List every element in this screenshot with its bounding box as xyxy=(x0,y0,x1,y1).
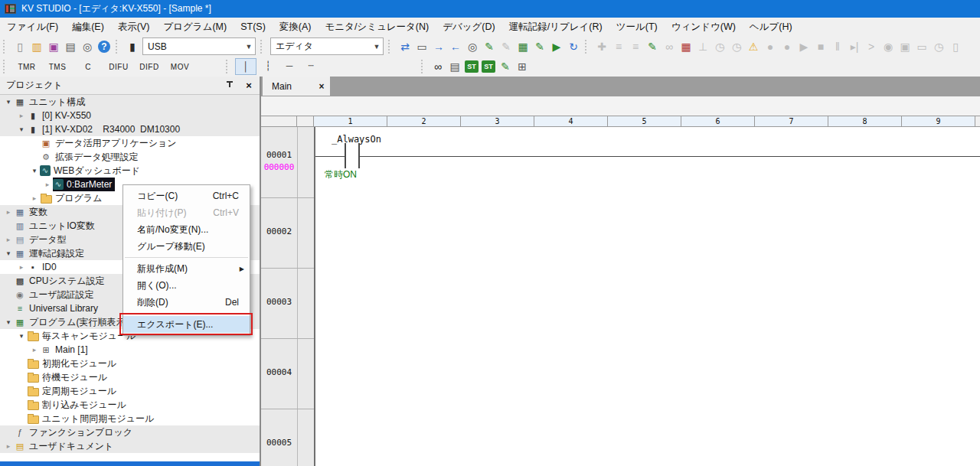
instruction-button-c[interactable]: C xyxy=(75,62,101,72)
no-contact-icon[interactable] xyxy=(358,143,360,168)
menu-0[interactable]: ファイル(F) xyxy=(0,18,65,36)
tree-item-22[interactable]: 割り込みモジュール xyxy=(0,398,260,412)
pin-icon[interactable] xyxy=(226,81,234,90)
tree-item-label[interactable]: [0] KV-X550 xyxy=(42,110,91,121)
tree-item-label[interactable]: 割り込みモジュール xyxy=(42,399,126,412)
tree-item-5[interactable]: ▾ ∿ WEBダッシュボード xyxy=(0,164,260,178)
verify-program-icon[interactable]: ◎ xyxy=(464,38,481,54)
usb-device-icon[interactable]: ▮ xyxy=(124,38,141,54)
instruction-button-tms[interactable]: TMS xyxy=(44,62,70,72)
find-icon[interactable]: ∞ xyxy=(430,59,446,75)
menu-6[interactable]: モニタ/シミュレータ(N) xyxy=(318,18,436,36)
usage-list-icon[interactable]: ▤ xyxy=(446,59,463,75)
tree-item-label[interactable]: Main [1] xyxy=(55,344,88,355)
tree-item-label[interactable]: ユニットIO変数 xyxy=(29,220,95,233)
print-icon[interactable]: ▤ xyxy=(62,38,79,54)
tree-item-4[interactable]: ⚙ 拡張データ処理設定 xyxy=(0,150,260,164)
chevron-collapsed-icon[interactable]: ▸ xyxy=(3,236,14,243)
menu-2[interactable]: 表示(V) xyxy=(111,18,157,36)
tree-item-25[interactable]: ▸ ▤ ユーザドキュメント xyxy=(0,439,260,453)
tree-item-18[interactable]: ▸ ⊞ Main [1] xyxy=(0,343,260,357)
save-project-icon[interactable]: ▣ xyxy=(45,38,62,54)
menu-10[interactable]: ウィンドウ(W) xyxy=(665,18,743,36)
no-contact-icon[interactable] xyxy=(345,143,346,168)
menu-5[interactable]: 変換(A) xyxy=(273,18,318,36)
instruction-button-difu[interactable]: DIFU xyxy=(106,62,132,72)
menu-4[interactable]: ST(S) xyxy=(234,18,273,36)
read-from-plc-icon[interactable]: ← xyxy=(447,38,464,54)
chevron-expanded-icon[interactable]: ▾ xyxy=(16,125,27,133)
chevron-collapsed-icon[interactable]: ▸ xyxy=(29,194,40,202)
tree-item-label[interactable]: データ活用アプリケーション xyxy=(55,137,177,150)
dotted-line-icon[interactable]: ┄ xyxy=(301,58,321,73)
chevron-collapsed-icon[interactable]: ▸ xyxy=(3,208,14,216)
connection-dropdown[interactable]: USB ▼ xyxy=(142,37,256,55)
st-ladder-icon[interactable]: ST xyxy=(482,60,495,73)
tree-item-19[interactable]: 初期化モジュール xyxy=(0,357,260,370)
edit-check-icon[interactable]: ✎ xyxy=(497,59,514,75)
chevron-expanded-icon[interactable]: ▾ xyxy=(29,167,40,174)
menu-11[interactable]: ヘルプ(H) xyxy=(743,18,799,36)
close-icon[interactable]: × xyxy=(243,80,255,91)
tree-item-0[interactable]: ▾ ▦ ユニット構成 xyxy=(0,95,260,109)
tree-item-label[interactable]: WEBダッシュボード xyxy=(54,165,140,178)
tree-item-21[interactable]: 定周期モジュール xyxy=(0,384,260,398)
tree-item-label[interactable]: ユニット間同期モジュール xyxy=(42,412,154,425)
tree-item-20[interactable]: 待機モジュール xyxy=(0,370,260,384)
chevron-expanded-icon[interactable]: ▾ xyxy=(3,249,14,257)
tree-item-23[interactable]: ユニット間同期モジュール xyxy=(0,412,260,425)
simulator-run-icon[interactable]: ▶ xyxy=(548,38,565,54)
context-menu-item-7[interactable]: 削除(D) Del xyxy=(123,294,250,311)
tree-item-label[interactable]: Universal Library xyxy=(29,303,98,314)
module-view-icon[interactable]: ⊞ xyxy=(514,59,531,75)
tree-item-label[interactable]: CPUシステム設定 xyxy=(29,275,104,288)
tree-item-label[interactable]: プログラム xyxy=(55,192,102,205)
tree-item-label[interactable]: [1] KV-XD02 R34000 DM10300 xyxy=(42,124,180,135)
editor-mode-icon[interactable]: ✎ xyxy=(531,38,548,54)
chevron-collapsed-icon[interactable]: ▸ xyxy=(29,346,40,354)
monitor-mode-icon[interactable]: ✎ xyxy=(481,38,498,54)
tree-item-label[interactable]: プログラム(実行順表示) xyxy=(29,316,128,329)
horizontal-line-icon[interactable]: ─ xyxy=(279,58,299,73)
context-menu-item-2[interactable]: 名前/No変更(N)... xyxy=(123,221,250,238)
chevron-collapsed-icon[interactable]: ▸ xyxy=(16,263,27,271)
context-menu-item-3[interactable]: グループ移動(E) xyxy=(123,238,250,255)
tab-close-icon[interactable]: × xyxy=(313,81,330,92)
tree-item-label[interactable]: ユーザ認証設定 xyxy=(29,288,94,301)
tree-item-2[interactable]: ▾ ▮ [1] KV-XD02 R34000 DM10300 xyxy=(0,122,260,136)
tree-item-3[interactable]: ▣ データ活用アプリケーション xyxy=(0,136,260,150)
instruction-button-difd[interactable]: DIFD xyxy=(136,62,162,72)
tree-item-label[interactable]: ファンクションブロック xyxy=(29,426,132,439)
selected-tree-item[interactable]: ∿0:BarMeter xyxy=(53,178,115,191)
monitor-warning-icon[interactable]: ⚠ xyxy=(745,38,762,54)
tree-item-label[interactable]: ユニット構成 xyxy=(29,96,85,109)
tree-item-label[interactable]: 定周期モジュール xyxy=(42,385,116,398)
context-menu-item-5[interactable]: 新規作成(M) ▶ xyxy=(123,260,250,277)
tree-item-label[interactable]: 0:BarMeter xyxy=(67,179,112,190)
registration-monitor-icon[interactable]: ▦ xyxy=(678,38,694,54)
menu-9[interactable]: ツール(T) xyxy=(609,18,665,36)
print-preview-icon[interactable]: ◎ xyxy=(79,38,96,54)
tree-item-label[interactable]: データ型 xyxy=(29,233,67,246)
tree-item-label[interactable]: 変数 xyxy=(29,206,47,219)
comm-settings-icon[interactable]: ⇄ xyxy=(397,38,413,54)
ladder-grid[interactable]: 0000100000000002000030000400005 _AlwaysO… xyxy=(261,127,980,466)
contact-device-label[interactable]: _AlwaysOn xyxy=(332,134,381,145)
menu-3[interactable]: プログラム(M) xyxy=(156,18,234,36)
menu-7[interactable]: デバッグ(D) xyxy=(436,18,502,36)
plc-info-icon[interactable]: ▭ xyxy=(413,38,430,54)
script-edit-icon[interactable]: ✎ xyxy=(644,38,661,54)
tree-item-label[interactable]: 待機モジュール xyxy=(42,371,107,384)
open-project-icon[interactable]: ▥ xyxy=(28,38,45,54)
context-menu-item-0[interactable]: コピー(C) Ctrl+C xyxy=(123,187,250,204)
chevron-down-icon[interactable]: ▼ xyxy=(371,43,383,51)
chevron-collapsed-icon[interactable]: ▸ xyxy=(3,442,14,450)
vertical-dotted-line-icon[interactable]: ┆ xyxy=(258,58,278,73)
new-file-icon[interactable]: ▯ xyxy=(11,38,28,54)
help-icon[interactable]: ? xyxy=(98,41,110,53)
ladder-monitor-icon[interactable]: ▦ xyxy=(514,38,531,54)
tree-item-24[interactable]: ƒ ファンクションブロック xyxy=(0,425,260,439)
st-editor-icon[interactable]: ST xyxy=(465,60,479,73)
menu-8[interactable]: 運転記録/リプレイ(R) xyxy=(502,18,609,36)
menu-1[interactable]: 編集(E) xyxy=(65,18,111,36)
